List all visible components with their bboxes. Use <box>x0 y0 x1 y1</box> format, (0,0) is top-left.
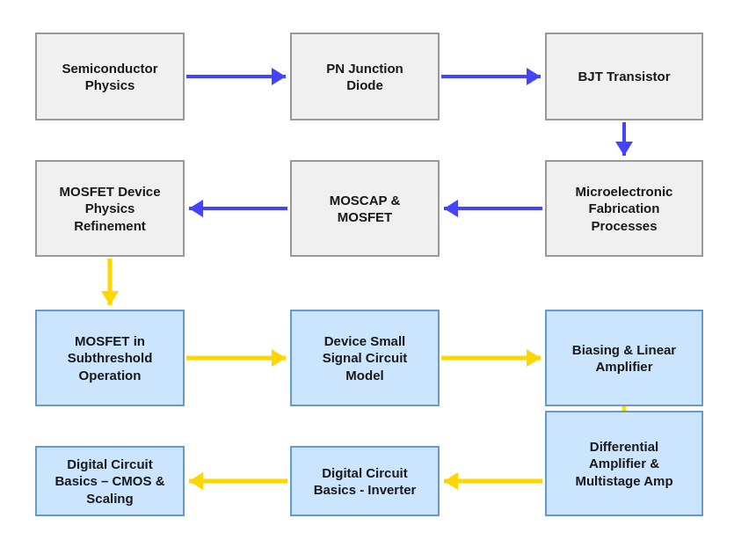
arrow-a6 <box>101 259 119 305</box>
moscap-mosfet: MOSCAP & MOSFET <box>290 160 440 257</box>
svg-marker-15 <box>527 349 541 367</box>
pn-junction: PN Junction Diode <box>290 33 440 120</box>
digital-cmos: Digital Circuit Basics – CMOS & Scaling <box>35 446 185 516</box>
svg-marker-1 <box>272 68 286 85</box>
arrow-a10 <box>444 472 542 490</box>
mosfet-refinement: MOSFET Device Physics Refinement <box>35 160 185 257</box>
svg-marker-13 <box>272 349 286 367</box>
arrow-a4 <box>444 200 542 217</box>
svg-marker-7 <box>444 200 458 217</box>
biasing-amplifier: Biasing & Linear Amplifier <box>545 310 703 406</box>
arrow-a8 <box>441 349 541 367</box>
bjt-transistor: BJT Transistor <box>545 33 703 120</box>
arrow-a5 <box>189 200 287 217</box>
mosfet-subthreshold: MOSFET in Subthreshold Operation <box>35 310 185 406</box>
arrow-a7 <box>186 349 286 367</box>
flow-diagram: Semiconductor PhysicsPN Junction DiodeBJ… <box>18 15 738 525</box>
arrow-a11 <box>189 472 287 490</box>
microelectronic: Microelectronic Fabrication Processes <box>545 160 703 257</box>
arrow-a3 <box>615 122 633 156</box>
arrow-a2 <box>441 68 541 85</box>
digital-inverter: Digital Circuit Basics - Inverter <box>290 446 440 516</box>
arrow-a1 <box>186 68 286 85</box>
svg-marker-9 <box>189 200 203 217</box>
semiconductor-physics: Semiconductor Physics <box>35 33 185 120</box>
svg-marker-3 <box>527 68 541 85</box>
device-small-signal: Device Small Signal Circuit Model <box>290 310 440 406</box>
svg-marker-11 <box>101 291 119 305</box>
svg-marker-21 <box>189 472 203 490</box>
svg-marker-19 <box>444 472 458 490</box>
differential-amp: Differential Amplifier & Multistage Amp <box>545 411 703 516</box>
svg-marker-5 <box>615 142 633 156</box>
